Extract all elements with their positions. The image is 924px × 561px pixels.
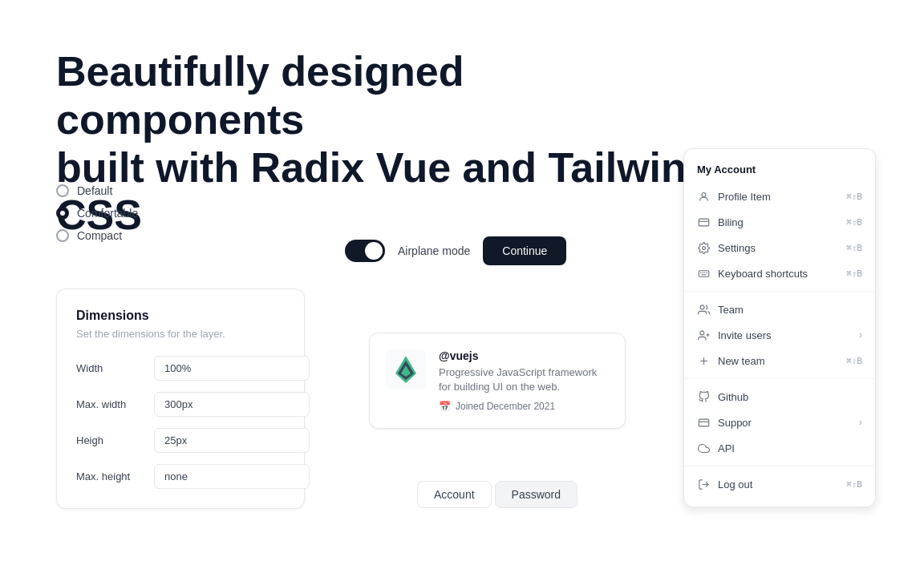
menu-item-github[interactable]: Github	[684, 384, 875, 410]
hero-title: Beautifully designed components built wi…	[56, 48, 714, 240]
menu-panel: My Account Profile Item ⌘⇧B Biling ⌘⇧B S…	[683, 148, 876, 507]
center-panel: Airplane mode Continue	[345, 236, 634, 289]
continue-button[interactable]: Continue	[483, 236, 566, 265]
menu-divider-2	[684, 378, 875, 379]
menu-shortcut-keyboard: ⌘⇧B	[846, 268, 862, 279]
plus-icon	[697, 354, 710, 367]
credit-card-icon	[697, 216, 710, 228]
radio-circle-compact	[56, 229, 69, 242]
dimension-label-maxwidth: Max. width	[76, 398, 144, 410]
cloud-icon	[697, 442, 710, 454]
svg-point-14	[700, 305, 704, 309]
menu-shortcut-profile: ⌘⇧B	[846, 192, 862, 202]
radio-comfortable[interactable]: Comfortable	[56, 207, 138, 220]
menu-divider-3	[684, 466, 875, 466]
svg-point-4	[702, 192, 706, 196]
menu-item-team[interactable]: Team	[684, 297, 875, 322]
menu-item-logout[interactable]: Log out ⌘⇧B	[684, 471, 875, 497]
settings-icon	[697, 241, 710, 254]
menu-item-keyboard[interactable]: Keyboard shortcuts ⌘⇧B	[684, 260, 875, 286]
menu-shortcut-biling: ⌘⇧B	[846, 217, 862, 228]
dimension-row-maxheight: Max. height	[76, 464, 285, 489]
menu-label-team: Team	[718, 304, 862, 316]
menu-label-biling: Biling	[718, 216, 838, 228]
toggle-switch[interactable]	[345, 240, 385, 262]
dimension-input-height[interactable]	[154, 428, 310, 453]
dimension-label-width: Width	[76, 362, 144, 374]
joined-text: Joined December 2021	[456, 401, 555, 412]
user-icon	[697, 190, 710, 203]
menu-label-api: API	[718, 442, 862, 454]
menu-item-profile[interactable]: Profile Item ⌘⇧B	[684, 184, 875, 209]
dimensions-card: Dimensions Set the dimensions for the la…	[56, 289, 305, 509]
logout-icon	[697, 478, 710, 490]
radio-label-comfortable: Comfortable	[77, 207, 138, 220]
toggle-label: Airplane mode	[398, 244, 470, 257]
radio-compact[interactable]: Compact	[56, 229, 138, 242]
dimension-row-width: Width	[76, 356, 285, 381]
menu-label-settings: Settings	[718, 242, 838, 254]
tab-account[interactable]: Account	[417, 481, 492, 508]
dimension-input-maxwidth[interactable]	[154, 392, 310, 417]
menu-item-settings[interactable]: Settings ⌘⇧B	[684, 235, 875, 260]
menu-label-support: Suppor	[718, 417, 851, 429]
profile-joined: 📅 Joined December 2021	[439, 401, 609, 412]
profile-username: @vuejs	[439, 349, 609, 362]
svg-rect-20	[699, 419, 709, 426]
vue-logo-icon	[386, 349, 426, 389]
menu-label-github: Github	[718, 391, 862, 403]
tab-password[interactable]: Password	[495, 481, 578, 508]
menu-label-invite: Invite users	[718, 329, 851, 341]
dimension-label-maxheight: Max. height	[76, 470, 144, 482]
svg-point-15	[699, 330, 703, 334]
radio-circle-default	[56, 184, 69, 197]
toggle-row: Airplane mode Continue	[345, 236, 634, 265]
tabs-row: Account Password	[417, 481, 578, 508]
menu-label-newteam: New team	[718, 355, 838, 367]
menu-label-logout: Log out	[718, 478, 838, 490]
menu-item-support[interactable]: Suppor ›	[684, 410, 875, 435]
dimension-input-width[interactable]	[154, 356, 310, 381]
radio-circle-comfortable	[56, 207, 69, 220]
toggle-knob	[365, 242, 383, 260]
user-plus-icon	[697, 329, 710, 341]
menu-item-newteam[interactable]: New team ⌘⇧B	[684, 348, 875, 373]
chevron-right-support-icon: ›	[859, 417, 862, 428]
users-icon	[697, 303, 710, 316]
radio-default[interactable]: Default	[56, 184, 138, 197]
dimension-row-height: Heigh	[76, 428, 285, 453]
radio-label-compact: Compact	[77, 229, 122, 242]
menu-item-biling[interactable]: Biling ⌘⇧B	[684, 209, 875, 235]
svg-point-7	[702, 246, 705, 249]
profile-info: @vuejs Progressive JavaScript framework …	[439, 349, 609, 412]
menu-item-api[interactable]: API	[684, 435, 875, 461]
dimensions-subtitle: Set the dimensions for the layer.	[76, 328, 285, 340]
menu-label-profile: Profile Item	[718, 191, 838, 203]
menu-section-title: My Account	[684, 159, 875, 184]
profile-card: @vuejs Progressive JavaScript framework …	[369, 333, 626, 429]
menu-item-invite[interactable]: Invite users ›	[684, 322, 875, 348]
profile-description: Progressive JavaScript framework for bui…	[439, 365, 609, 394]
radio-group: Default Comfortable Compact	[56, 184, 138, 242]
svg-rect-8	[699, 270, 709, 276]
menu-label-keyboard: Keyboard shortcuts	[718, 268, 838, 280]
dimension-input-maxheight[interactable]	[154, 464, 310, 489]
dimension-row-maxwidth: Max. width	[76, 392, 285, 417]
support-icon	[697, 416, 710, 429]
chevron-right-icon: ›	[859, 329, 862, 341]
github-icon	[697, 390, 710, 403]
calendar-icon: 📅	[439, 401, 451, 412]
dimensions-title: Dimensions	[76, 309, 285, 323]
radio-label-default: Default	[77, 184, 112, 197]
menu-shortcut-newteam: ⌘⇧B	[846, 356, 862, 366]
menu-divider-1	[684, 291, 875, 292]
keyboard-icon	[697, 267, 710, 280]
menu-shortcut-settings: ⌘⇧B	[846, 243, 862, 253]
dimension-label-height: Heigh	[76, 434, 144, 446]
menu-shortcut-logout: ⌘⇧B	[846, 479, 862, 490]
svg-rect-5	[699, 219, 709, 226]
